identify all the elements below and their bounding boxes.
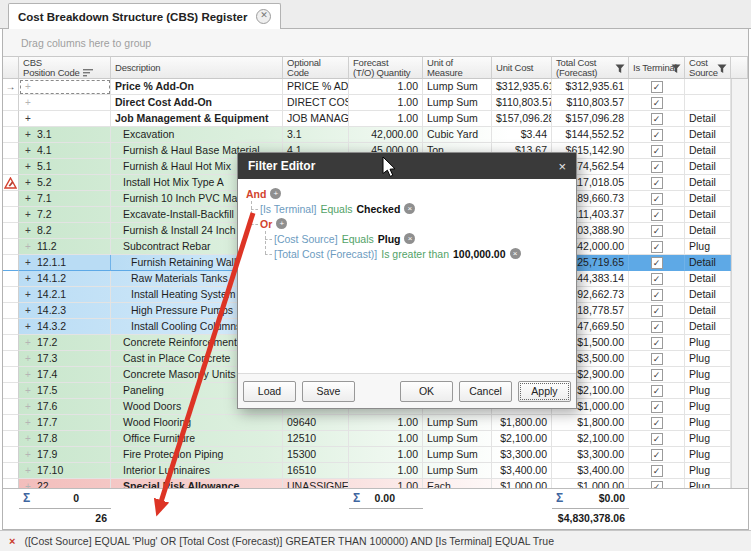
is-terminal-checkbox[interactable]: ✓ <box>651 321 663 333</box>
cell-optional-code[interactable]: 3.1 <box>283 127 349 143</box>
cell-is-terminal[interactable]: ✓ <box>629 143 685 159</box>
filter-condition-total-cost[interactable]: [Total Cost (Forecast)] Is greater than … <box>238 246 576 261</box>
remove-condition-icon[interactable]: × <box>510 248 521 259</box>
filter-funnel-icon[interactable] <box>615 64 626 74</box>
cell-is-terminal[interactable]: ✓ <box>629 351 685 367</box>
header-unit-cost[interactable]: Unit Cost <box>492 56 552 79</box>
expand-icon[interactable]: + <box>23 255 33 270</box>
cell-description[interactable]: Price % Add-On <box>111 79 283 95</box>
cell-cost-source[interactable]: Plug <box>685 383 731 399</box>
cell-is-terminal[interactable]: ✓ <box>629 207 685 223</box>
cell-forecast-quantity[interactable]: 1.00 <box>349 415 423 431</box>
cell-optional-code[interactable]: DIRECT COST ... <box>283 95 349 111</box>
cell-cbs-position-code[interactable]: +7.1 <box>19 191 111 207</box>
is-terminal-checkbox[interactable]: ✓ <box>651 465 663 477</box>
cell-is-terminal[interactable]: ✓ <box>629 159 685 175</box>
cell-is-terminal[interactable]: ✓ <box>629 271 685 287</box>
cell-unit-of-measure[interactable]: Each <box>423 479 492 488</box>
cell-cost-source[interactable]: Plug <box>685 479 731 488</box>
is-terminal-checkbox[interactable]: ✓ <box>651 81 663 93</box>
cell-cost-source[interactable]: Detail <box>685 175 731 191</box>
cell-forecast-quantity[interactable]: 1.00 <box>349 431 423 447</box>
cell-unit-of-measure[interactable]: Cubic Yard <box>423 127 492 143</box>
cell-unit-cost[interactable]: $3.44 <box>492 127 552 143</box>
clear-filter-icon[interactable]: × <box>9 535 15 547</box>
cell-cbs-position-code[interactable]: + <box>19 111 111 127</box>
cell-cbs-position-code[interactable]: +17.9 <box>19 447 111 463</box>
expand-icon[interactable]: + <box>23 239 33 254</box>
table-row[interactable]: +22Special Risk AllowanceUNASSIGNED D...… <box>3 479 748 488</box>
cell-unit-of-measure[interactable]: Lump Sum <box>423 79 492 95</box>
cell-cbs-position-code[interactable]: + <box>19 95 111 111</box>
expand-icon[interactable]: + <box>23 287 33 302</box>
cell-cost-source[interactable] <box>685 95 731 111</box>
cell-unit-cost[interactable]: $1,000.00 <box>492 479 552 488</box>
cell-cbs-position-code[interactable]: +12.1.1 <box>19 255 111 271</box>
cell-is-terminal[interactable]: ✓ <box>629 79 685 95</box>
cell-cbs-position-code[interactable]: +5.2 <box>19 175 111 191</box>
cell-cost-source[interactable]: Detail <box>685 191 731 207</box>
expand-icon[interactable]: + <box>23 191 33 206</box>
table-row[interactable]: →+Price % Add-OnPRICE % ADD-...1.00Lump … <box>3 79 748 95</box>
is-terminal-checkbox[interactable]: ✓ <box>651 353 663 365</box>
is-terminal-checkbox[interactable]: ✓ <box>651 305 663 317</box>
cell-cost-source[interactable]: Detail <box>685 207 731 223</box>
expand-icon[interactable]: + <box>23 223 33 238</box>
table-row[interactable]: +17.10Interior Luminaires165101.00Lump S… <box>3 463 748 479</box>
cell-cost-source[interactable]: Detail <box>685 127 731 143</box>
cell-total-cost[interactable]: $110,803.57 <box>552 95 629 111</box>
filter-funnel-icon[interactable] <box>671 64 682 74</box>
cell-cbs-position-code[interactable]: +8.2 <box>19 223 111 239</box>
is-terminal-checkbox[interactable]: ✓ <box>651 369 663 381</box>
cell-is-terminal[interactable]: ✓ <box>629 287 685 303</box>
cell-total-cost[interactable]: $3,300.00 <box>552 447 629 463</box>
save-button[interactable]: Save <box>302 381 355 402</box>
cell-forecast-quantity[interactable]: 1.00 <box>349 479 423 488</box>
expand-icon[interactable]: + <box>23 383 33 398</box>
cell-cbs-position-code[interactable]: +4.1 <box>19 143 111 159</box>
is-terminal-checkbox[interactable]: ✓ <box>651 241 663 253</box>
expand-icon[interactable]: + <box>23 95 33 110</box>
cell-unit-of-measure[interactable]: Lump Sum <box>423 447 492 463</box>
cell-cbs-position-code[interactable]: +17.3 <box>19 351 111 367</box>
expand-icon[interactable]: + <box>23 175 33 190</box>
is-terminal-checkbox[interactable]: ✓ <box>651 113 663 125</box>
remove-condition-icon[interactable]: × <box>404 233 415 244</box>
ok-button[interactable]: OK <box>400 381 453 402</box>
cell-forecast-quantity[interactable]: 1.00 <box>349 95 423 111</box>
cell-total-cost[interactable]: $2,100.00 <box>552 431 629 447</box>
filter-group-and[interactable]: And + <box>238 186 576 201</box>
cell-cost-source[interactable]: Plug <box>685 431 731 447</box>
cell-is-terminal[interactable]: ✓ <box>629 447 685 463</box>
cell-total-cost[interactable]: $157,096.28 <box>552 111 629 127</box>
cell-cost-source[interactable]: Detail <box>685 143 731 159</box>
cell-is-terminal[interactable]: ✓ <box>629 239 685 255</box>
cell-is-terminal[interactable]: ✓ <box>629 431 685 447</box>
cell-unit-cost[interactable]: $110,803.57 <box>492 95 552 111</box>
is-terminal-checkbox[interactable]: ✓ <box>651 401 663 413</box>
add-condition-icon[interactable]: + <box>270 188 281 199</box>
is-terminal-checkbox[interactable]: ✓ <box>651 225 663 237</box>
cell-is-terminal[interactable]: ✓ <box>629 463 685 479</box>
cell-forecast-quantity[interactable]: 1.00 <box>349 111 423 127</box>
cell-unit-of-measure[interactable]: Lump Sum <box>423 463 492 479</box>
table-row[interactable]: +17.7Wood Flooring096401.00Lump Sum$1,80… <box>3 415 748 431</box>
expand-icon[interactable]: + <box>23 335 33 350</box>
cell-description[interactable]: Interior Luminaires <box>111 463 283 479</box>
is-terminal-checkbox[interactable]: ✓ <box>651 257 663 269</box>
header-cbs-position-code[interactable]: CBS Position Code <box>19 56 111 79</box>
header-description[interactable]: Description <box>111 56 283 79</box>
is-terminal-checkbox[interactable]: ✓ <box>651 337 663 349</box>
expand-icon[interactable]: + <box>23 463 33 478</box>
is-terminal-checkbox[interactable]: ✓ <box>651 433 663 445</box>
remove-condition-icon[interactable]: × <box>404 203 415 214</box>
cell-cbs-position-code[interactable]: +17.2 <box>19 335 111 351</box>
cell-cost-source[interactable]: Detail <box>685 255 731 271</box>
cell-description[interactable]: Direct Cost Add-On <box>111 95 283 111</box>
cell-total-cost[interactable]: $1,800.00 <box>552 415 629 431</box>
cell-total-cost[interactable]: $312,935.61 <box>552 79 629 95</box>
cell-is-terminal[interactable]: ✓ <box>629 127 685 143</box>
table-row[interactable]: +17.8Office Furniture125101.00Lump Sum$2… <box>3 431 748 447</box>
cell-description[interactable]: Job Management & Equipment <box>111 111 283 127</box>
cell-optional-code[interactable]: 09640 <box>283 415 349 431</box>
